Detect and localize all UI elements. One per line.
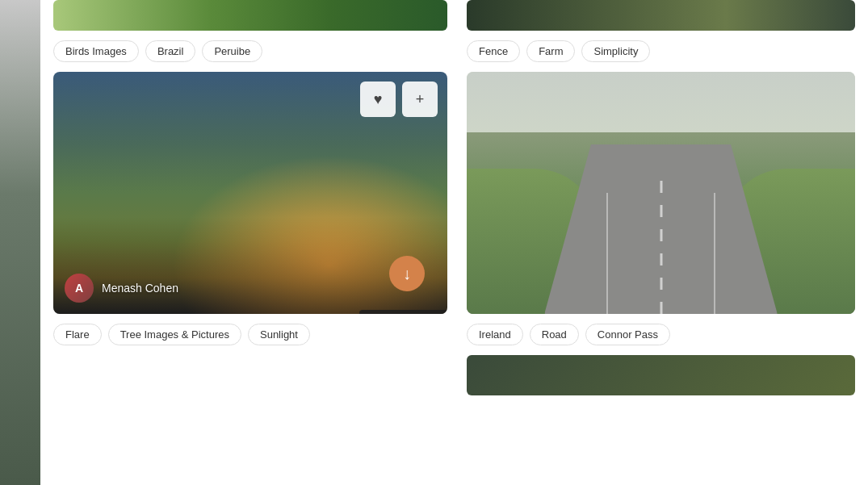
author-name: Menash Cohen [102, 282, 178, 295]
heart-icon: ♥ [374, 91, 383, 108]
tag-road[interactable]: Road [530, 324, 579, 345]
avatar: A [65, 274, 94, 303]
add-button[interactable]: + [402, 82, 438, 117]
tag-sunlight[interactable]: Sunlight [248, 324, 310, 345]
tag-ireland[interactable]: Ireland [467, 324, 523, 345]
road-edge-right [714, 193, 715, 314]
left-decorative-strip [0, 0, 40, 485]
download-button[interactable]: ↓ [389, 256, 425, 291]
download-icon: ↓ [403, 265, 411, 283]
road-image-background [467, 72, 855, 314]
top-left-image [53, 0, 447, 31]
top-left-tags: Birds Images Brazil Peruibe [53, 40, 447, 62]
road-line [660, 169, 662, 314]
tag-brazil[interactable]: Brazil [145, 40, 196, 62]
top-right-tags: Fence Farm Simplicity [467, 40, 855, 62]
top-right-image [467, 0, 855, 31]
tag-tree-images[interactable]: Tree Images & Pictures [108, 324, 241, 345]
road-edge-left [606, 193, 608, 314]
tag-farm[interactable]: Farm [526, 40, 575, 62]
tag-connor-pass[interactable]: Connor Pass [585, 324, 670, 345]
main-image-card: ♥ + A Menash Cohen ↓ [53, 72, 447, 314]
bottom-left-tags: Flare Tree Images & Pictures Sunlight [53, 324, 447, 345]
bottom-right-tags: Ireland Road Connor Pass [467, 324, 855, 345]
tag-flare[interactable]: Flare [53, 324, 102, 345]
like-button[interactable]: ♥ [360, 82, 396, 117]
bottom-right-image [467, 355, 855, 395]
tag-fence[interactable]: Fence [467, 40, 520, 62]
card-actions: ♥ + [360, 82, 438, 117]
plus-icon: + [416, 91, 425, 108]
tag-peruibe[interactable]: Peruibe [202, 40, 262, 62]
author-info: A Menash Cohen [65, 274, 178, 303]
road-image-card [467, 72, 855, 314]
tag-birds-images[interactable]: Birds Images [53, 40, 139, 62]
tag-simplicity[interactable]: Simplicity [581, 40, 650, 62]
